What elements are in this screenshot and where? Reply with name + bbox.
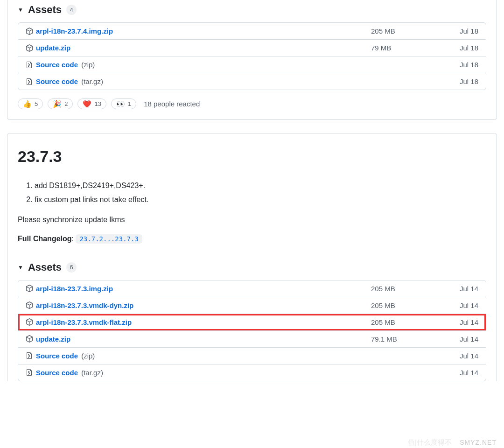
sync-note: Please synchronize update lkms — [18, 216, 486, 224]
assets-heading: Assets — [28, 261, 62, 273]
asset-link[interactable]: Source code (zip) — [36, 61, 95, 69]
compare-link[interactable]: 23.7.2...23.7.3 — [76, 234, 142, 244]
release-card: ▼ Assets 4 arpl-i18n-23.7.4.img.zip205 M… — [7, 0, 497, 120]
asset-row: update.zip79.1 MBJul 14 — [18, 330, 486, 347]
assets-toggle[interactable]: ▼ Assets 4 — [18, 4, 486, 16]
asset-count-badge: 4 — [66, 5, 77, 15]
asset-link[interactable]: update.zip — [36, 44, 70, 52]
reaction-pill[interactable]: 🎉2 — [48, 98, 73, 109]
asset-row: Source code (tar.gz)Jul 14 — [18, 364, 486, 381]
asset-size: 79.1 MB — [371, 335, 446, 343]
reaction-pill[interactable]: 👍5 — [18, 98, 43, 109]
asset-row: arpl-i18n-23.7.3.vmdk-flat.zip205 MBJul … — [18, 314, 486, 330]
full-changelog: Full Changelog: 23.7.2...23.7.3 — [18, 234, 486, 244]
asset-date: Jul 18 — [446, 44, 478, 52]
assets-heading: Assets — [28, 4, 62, 16]
reactions-summary: 18 people reacted — [144, 100, 200, 108]
asset-date: Jul 18 — [446, 61, 478, 69]
caret-down-icon: ▼ — [18, 7, 23, 13]
reaction-count: 2 — [64, 100, 68, 107]
asset-row: Source code (zip)Jul 14 — [18, 347, 486, 364]
asset-link[interactable]: Source code (zip) — [36, 352, 95, 360]
asset-date: Jul 14 — [446, 285, 478, 293]
asset-link[interactable]: update.zip — [36, 335, 70, 343]
reactions-row: 👍5🎉2❤️13👀1 18 people reacted — [18, 98, 486, 109]
asset-link[interactable]: arpl-i18n-23.7.3.vmdk-dyn.zip — [36, 301, 133, 309]
asset-row: update.zip79 MBJul 18 — [18, 39, 486, 56]
release-title: 23.7.3 — [18, 147, 486, 166]
reaction-pill[interactable]: ❤️13 — [77, 98, 106, 109]
reaction-emoji-icon: 👀 — [116, 100, 125, 107]
asset-date: Jul 14 — [446, 318, 478, 326]
asset-link[interactable]: Source code (tar.gz) — [36, 77, 103, 85]
caret-down-icon: ▼ — [18, 264, 23, 271]
reaction-count: 1 — [128, 100, 131, 107]
asset-size: 205 MB — [371, 285, 446, 293]
asset-row: arpl-i18n-23.7.3.img.zip205 MBJul 14 — [18, 280, 486, 297]
asset-list: arpl-i18n-23.7.4.img.zip205 MBJul 18upda… — [18, 22, 486, 90]
asset-row: Source code (zip)Jul 18 — [18, 56, 486, 73]
asset-count-badge: 6 — [66, 262, 77, 273]
asset-link[interactable]: arpl-i18n-23.7.4.img.zip — [36, 27, 113, 35]
asset-date: Jul 14 — [446, 352, 478, 360]
asset-date: Jul 14 — [446, 369, 478, 377]
asset-link[interactable]: arpl-i18n-23.7.3.vmdk-flat.zip — [36, 318, 132, 326]
asset-size: 205 MB — [371, 301, 446, 309]
asset-date: Jul 18 — [446, 27, 478, 35]
asset-row: Source code (tar.gz)Jul 18 — [18, 73, 486, 90]
asset-row: arpl-i18n-23.7.3.vmdk-dyn.zip205 MBJul 1… — [18, 297, 486, 314]
asset-date: Jul 18 — [446, 77, 478, 85]
reaction-pill[interactable]: 👀1 — [111, 98, 136, 109]
changelog: add DS1819+,DS2419+,DS423+.fix custom pa… — [18, 179, 486, 207]
asset-link[interactable]: arpl-i18n-23.7.3.img.zip — [36, 285, 113, 293]
reaction-emoji-icon: 👍 — [23, 100, 32, 107]
asset-size: 205 MB — [371, 27, 446, 35]
asset-row: arpl-i18n-23.7.4.img.zip205 MBJul 18 — [18, 23, 486, 39]
assets-toggle[interactable]: ▼ Assets 6 — [18, 261, 486, 273]
release-card: 23.7.3 add DS1819+,DS2419+,DS423+.fix cu… — [7, 133, 497, 381]
asset-size: 79 MB — [371, 44, 446, 52]
asset-list: arpl-i18n-23.7.3.img.zip205 MBJul 14arpl… — [18, 280, 486, 381]
changelog-item: fix custom pat links not take effect. — [35, 193, 486, 207]
reaction-emoji-icon: 🎉 — [53, 100, 62, 107]
asset-size: 205 MB — [371, 318, 446, 326]
reaction-emoji-icon: ❤️ — [83, 100, 91, 107]
asset-date: Jul 14 — [446, 335, 478, 343]
asset-date: Jul 14 — [446, 301, 478, 309]
reaction-count: 13 — [94, 100, 101, 107]
asset-link[interactable]: Source code (tar.gz) — [36, 369, 103, 377]
changelog-item: add DS1819+,DS2419+,DS423+. — [35, 179, 486, 193]
reaction-count: 5 — [35, 100, 38, 107]
